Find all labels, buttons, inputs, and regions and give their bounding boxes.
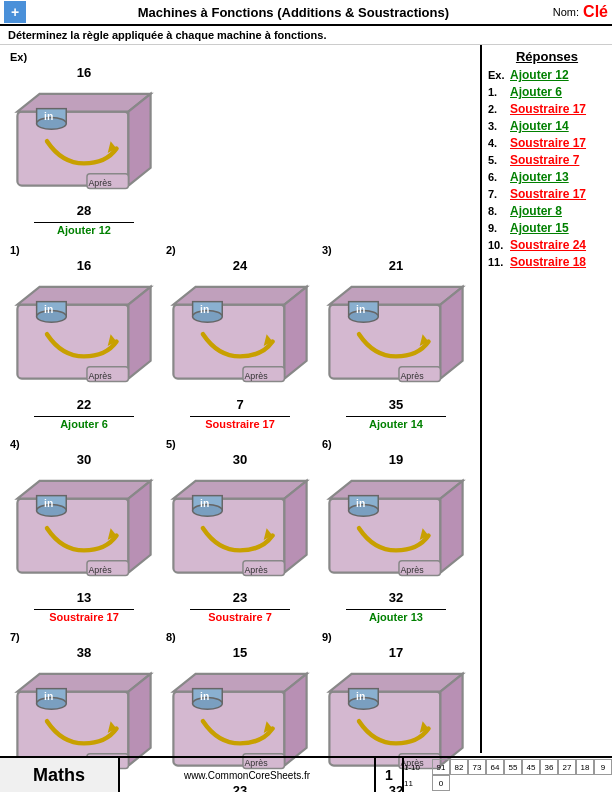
- svg-text:in: in: [356, 305, 365, 316]
- answer-item: 7. Soustraire 17: [488, 187, 606, 201]
- score-cell: 82: [450, 759, 468, 775]
- problem-row: 1) 16 in Après 22 Ajouter 6 2) 24 in: [6, 242, 474, 431]
- problem-number: 2): [166, 244, 176, 256]
- svg-text:Après: Après: [244, 564, 268, 574]
- svg-marker-62: [440, 481, 462, 573]
- answer-ex-num: Ex.: [488, 69, 510, 81]
- answers-panel: Réponses Ex. Ajouter 12 1. Ajouter 6 2. …: [482, 45, 612, 753]
- score-cell: 91: [432, 759, 450, 775]
- problem-number: 9): [322, 631, 332, 643]
- svg-text:in: in: [356, 692, 365, 703]
- score-row-2: 11 0: [404, 775, 612, 791]
- answer-text: Ajouter 15: [510, 221, 569, 235]
- problem-rule: Ajouter 6: [60, 418, 108, 430]
- answer-text: Ajouter 8: [510, 204, 562, 218]
- score-cell: 55: [504, 759, 522, 775]
- problem-input: 19: [389, 452, 403, 467]
- svg-marker-22: [284, 287, 306, 379]
- answer-num: 2.: [488, 103, 510, 115]
- svg-text:in: in: [44, 305, 53, 316]
- score-cell: 45: [522, 759, 540, 775]
- problem-number: 5): [166, 438, 176, 450]
- score-label-1-10: 1-10: [404, 759, 432, 775]
- problem-number: 6): [322, 438, 332, 450]
- answer-num: 3.: [488, 120, 510, 132]
- answer-text: Soustraire 7: [510, 153, 579, 167]
- answer-num: 6.: [488, 171, 510, 183]
- example-label: Ex): [10, 51, 27, 63]
- svg-text:in: in: [200, 305, 209, 316]
- svg-text:Après: Après: [88, 564, 112, 574]
- svg-text:in: in: [200, 498, 209, 509]
- problem-rule-line: [346, 416, 446, 417]
- problem-cell: 4) 30 in Après 13 Soustraire 17: [10, 438, 158, 623]
- svg-text:in: in: [44, 692, 53, 703]
- problem-number: 7): [10, 631, 20, 643]
- problem-input: 15: [233, 645, 247, 660]
- answer-num: 1.: [488, 86, 510, 98]
- problem-output: 32: [389, 590, 403, 605]
- problem-rule: Soustraire 17: [205, 418, 275, 430]
- problem-input: 30: [233, 452, 247, 467]
- svg-text:in: in: [44, 498, 53, 509]
- svg-text:Après: Après: [88, 178, 112, 188]
- problem-rule-line: [34, 609, 134, 610]
- svg-marker-42: [128, 481, 150, 573]
- answer-text: Ajouter 6: [510, 85, 562, 99]
- problem-number: 3): [322, 244, 332, 256]
- svg-text:in: in: [200, 692, 209, 703]
- problem-output: 35: [389, 397, 403, 412]
- answer-item: 6. Ajouter 13: [488, 170, 606, 184]
- answer-text: Soustraire 17: [510, 102, 586, 116]
- problem-input: 16: [77, 258, 91, 273]
- score-cell-last: 0: [432, 775, 450, 791]
- answer-item: 3. Ajouter 14: [488, 119, 606, 133]
- score-label-11: 11: [404, 775, 432, 791]
- example-output: 28: [77, 203, 91, 218]
- answer-item: 5. Soustraire 7: [488, 153, 606, 167]
- problem-input: 38: [77, 645, 91, 660]
- logo-icon: +: [4, 1, 26, 23]
- worksheet: Ex) 16 in: [0, 45, 482, 753]
- problem-output: 22: [77, 397, 91, 412]
- problem-cell: 1) 16 in Après 22 Ajouter 6: [10, 244, 158, 429]
- answer-text: Ajouter 13: [510, 170, 569, 184]
- cle-label: Clé: [583, 3, 608, 21]
- svg-marker-92: [440, 674, 462, 766]
- svg-marker-82: [284, 674, 306, 766]
- page-title: Machines à Fonctions (Additions & Soustr…: [34, 5, 553, 20]
- answers-list: 1. Ajouter 6 2. Soustraire 17 3. Ajouter…: [488, 85, 606, 269]
- header: + Machines à Fonctions (Additions & Sous…: [0, 0, 612, 26]
- example-problem: Ex) 16 in: [10, 51, 158, 236]
- machine-icon: in Après: [10, 275, 158, 396]
- svg-marker-52: [284, 481, 306, 573]
- answer-text: Soustraire 17: [510, 187, 586, 201]
- svg-text:Après: Après: [88, 371, 112, 381]
- machine-icon: in Après: [10, 469, 158, 590]
- problem-rule: Ajouter 14: [369, 418, 423, 430]
- footer: Maths www.CommonCoreSheets.fr 1 1-10 918…: [0, 756, 612, 792]
- problem-cell: 5) 30 in Après 23 Soustraire 7: [166, 438, 314, 623]
- answer-num: 11.: [488, 256, 510, 268]
- score-cell: 18: [576, 759, 594, 775]
- problem-input: 30: [77, 452, 91, 467]
- footer-url: www.CommonCoreSheets.fr: [120, 770, 374, 781]
- problem-cell: 6) 19 in Après 32 Ajouter 13: [322, 438, 470, 623]
- svg-marker-32: [440, 287, 462, 379]
- answer-text: Ajouter 14: [510, 119, 569, 133]
- answer-text: Soustraire 24: [510, 238, 586, 252]
- score-row-1: 1-10 9182736455453627189: [404, 759, 612, 775]
- answers-title: Réponses: [488, 49, 606, 64]
- answer-item: 11. Soustraire 18: [488, 255, 606, 269]
- problem-rule-line: [190, 609, 290, 610]
- problem-cell: 2) 24 in Après 7 Soustraire 17: [166, 244, 314, 429]
- problem-rule-line: [34, 416, 134, 417]
- score-cell: 9: [594, 759, 612, 775]
- answer-text: Soustraire 17: [510, 136, 586, 150]
- answer-item: 1. Ajouter 6: [488, 85, 606, 99]
- svg-marker-2: [128, 94, 150, 186]
- machine-icon: in Après: [322, 469, 470, 590]
- main-content: Ex) 16 in: [0, 45, 612, 753]
- problem-output: 7: [236, 397, 243, 412]
- example-machine: in Après: [10, 82, 158, 203]
